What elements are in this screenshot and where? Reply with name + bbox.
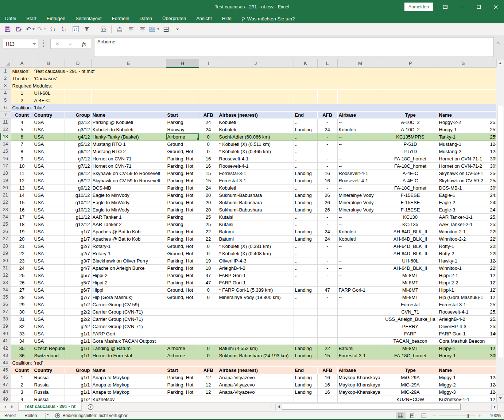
enter-button[interactable]: ✓ — [69, 41, 73, 47]
cell[interactable]: 12 — [11, 177, 33, 184]
cell[interactable]: .. — [294, 272, 317, 279]
insert-function-button[interactable]: fx — [82, 41, 86, 47]
row-header-11[interactable]: 11 — [0, 118, 11, 126]
cell[interactable] — [91, 359, 166, 366]
cell[interactable]: Parking, Hot — [166, 228, 199, 235]
cell[interactable]: - — [317, 118, 337, 126]
row-header-32[interactable]: 32 — [0, 272, 11, 279]
cell[interactable] — [337, 82, 383, 89]
cell[interactable]: Mustang-2 — [438, 148, 489, 155]
cell[interactable]: USA — [33, 250, 65, 257]
cell[interactable] — [218, 301, 294, 308]
cell[interactable]: 121 — [489, 396, 496, 402]
cell[interactable] — [294, 67, 317, 75]
cell[interactable]: -- — [337, 264, 383, 272]
cell[interactable]: g2/2 — [65, 308, 91, 315]
sort-za-button[interactable]: ZA ↓ — [59, 24, 69, 34]
cell[interactable]: 47 — [317, 286, 337, 293]
insert-cells-button[interactable] — [115, 24, 124, 34]
cell[interactable]: -- — [337, 140, 383, 148]
cell[interactable]: 33 — [11, 330, 33, 337]
cell[interactable]: Hoggy-2-2 — [438, 118, 489, 126]
row-header-49[interactable]: 49 — [0, 396, 11, 402]
cell[interactable]: AH-64D_BLK_II — [383, 235, 438, 242]
cell[interactable]: Batumi (4.552 km) — [218, 345, 294, 352]
cell[interactable]: AFB — [199, 366, 218, 374]
cell[interactable] — [294, 301, 317, 308]
zoom-level[interactable]: 100% — [485, 413, 501, 418]
cell[interactable]: P-51D — [383, 140, 438, 148]
cell[interactable]: * Kobuleti (X) (0.408 km) — [218, 250, 294, 257]
cell[interactable]: g1/1 — [65, 345, 91, 352]
cell[interactable] — [218, 104, 294, 111]
cell[interactable]: g3/7 — [65, 257, 91, 264]
cell[interactable]: 22 — [11, 250, 33, 257]
cell[interactable] — [337, 308, 383, 315]
cell[interactable]: Blackhawk on Oliver Perry — [91, 257, 166, 264]
cell[interactable]: 5 — [11, 126, 33, 133]
cell[interactable]: FARP Gori-1 — [438, 330, 489, 337]
cell[interactable]: KC130 — [383, 213, 438, 221]
cell[interactable]: g8/12 — [65, 177, 91, 184]
cell[interactable]: 'blue' — [33, 104, 65, 111]
row-header-12[interactable]: 12 — [0, 126, 11, 133]
cell[interactable]: g12/12 — [65, 221, 91, 228]
align-left-button[interactable] — [126, 24, 136, 34]
cell[interactable] — [337, 104, 383, 111]
cell[interactable] — [166, 359, 199, 366]
cell[interactable]: Rotary-1 — [91, 242, 166, 250]
cell[interactable]: Airbase — [337, 366, 383, 374]
cell[interactable]: g7/7 — [65, 293, 91, 301]
cell[interactable]: Hippy-1 — [438, 345, 489, 352]
cell[interactable] — [383, 89, 438, 97]
cell[interactable]: Parking, Hot — [166, 191, 199, 199]
cell[interactable]: - — [317, 293, 337, 301]
column-header-B[interactable]: B — [33, 59, 65, 67]
cell[interactable]: Ground — [166, 140, 199, 148]
cell[interactable]: Czech Republic — [33, 345, 65, 352]
cell[interactable] — [294, 75, 317, 82]
name-box[interactable]: H13 — [3, 39, 38, 49]
cell[interactable]: g2/2 — [65, 323, 91, 330]
cell[interactable]: FARP — [383, 330, 438, 337]
cell[interactable]: Airborne — [166, 345, 199, 352]
cell[interactable]: Kutaisi — [218, 221, 294, 228]
cell[interactable] — [337, 396, 383, 402]
cell[interactable]: 20 — [11, 235, 33, 242]
cell[interactable] — [199, 75, 218, 82]
scroll-up-button[interactable] — [496, 59, 504, 67]
cell[interactable]: USA — [33, 286, 65, 293]
row-header-30[interactable]: 30 — [0, 257, 11, 264]
cell[interactable] — [438, 104, 489, 111]
cell[interactable]: 225 — [489, 250, 496, 257]
cell[interactable] — [489, 82, 496, 89]
cell[interactable]: - — [317, 213, 337, 221]
cell[interactable]: 'Caucasus' — [33, 75, 65, 82]
column-header-L[interactable]: L — [317, 59, 337, 67]
cell[interactable]: Forrestal-3-1 — [218, 177, 294, 184]
cell[interactable]: Parking, Hot — [166, 177, 199, 184]
cell[interactable]: - — [317, 242, 337, 250]
cell[interactable]: Landing @ Batumi — [91, 345, 166, 352]
cell[interactable]: g10/12 — [65, 199, 91, 206]
cell[interactable] — [294, 396, 317, 402]
cell[interactable]: 127 — [489, 279, 496, 286]
cell[interactable] — [65, 75, 91, 82]
cell[interactable]: 'Test caucasus - 291 - nt.miz' — [33, 67, 65, 75]
cell[interactable]: 16 — [317, 381, 337, 388]
cell[interactable] — [337, 67, 383, 75]
cell[interactable]: 25 — [199, 221, 218, 228]
cell[interactable] — [199, 67, 218, 75]
tell-me-search[interactable]: Was möchten Sie tun? — [237, 16, 300, 22]
cell[interactable]: 24 — [199, 118, 218, 126]
cell[interactable]: Anapa-Vityazevo — [218, 381, 294, 388]
cell[interactable]: USA — [33, 191, 65, 199]
sign-in-button[interactable]: Anmelden — [404, 3, 433, 11]
cell[interactable]: 12 — [199, 374, 218, 381]
cell[interactable]: 225 — [489, 235, 496, 242]
cell[interactable]: AAR Tanker-1-1 — [438, 213, 489, 221]
cell[interactable]: FA-18C_hornet — [383, 155, 438, 162]
cell[interactable]: 251 — [489, 213, 496, 221]
cell[interactable]: 13 — [11, 184, 33, 191]
cell[interactable] — [317, 315, 337, 323]
